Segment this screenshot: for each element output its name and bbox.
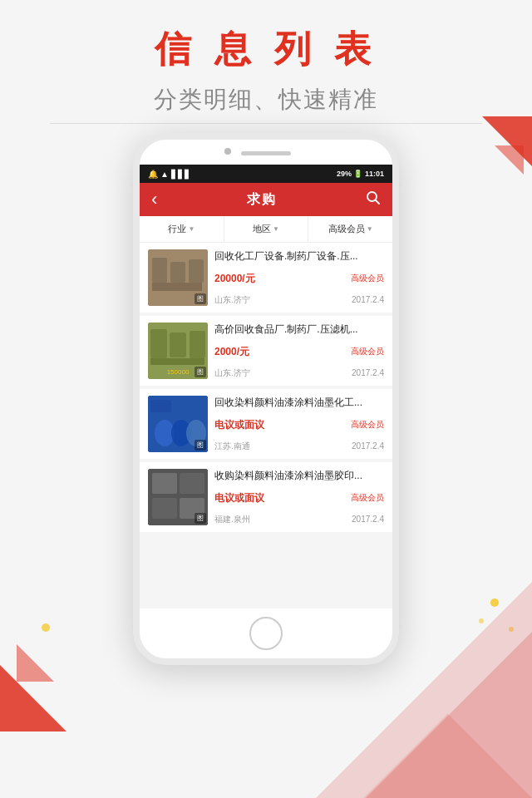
item-row3-4: 福建.泉州 2017.2.4	[214, 514, 384, 525]
item-location-4: 福建.泉州	[214, 514, 250, 525]
svg-rect-6	[170, 262, 185, 283]
svg-rect-13	[150, 358, 204, 365]
signal-icon: ▋▋▋	[171, 170, 191, 179]
status-bar-right: 29% 🔋 11:01	[337, 170, 384, 178]
hero-section: 信 息 列 表 分类明细、快速精准	[0, 25, 532, 116]
img-badge-1: 图	[195, 293, 206, 304]
filter-member-arrow: ▼	[367, 225, 373, 233]
item-member-1: 高级会员	[351, 273, 384, 284]
img-badge-4: 图	[195, 513, 206, 524]
item-member-4: 高级会员	[351, 492, 384, 504]
list-item[interactable]: 图 回收化工厂设备.制药厂设备.压... 20000/元 高级会员 山东.济宁 …	[140, 243, 392, 313]
item-location-3: 江苏.南通	[214, 441, 250, 452]
img-badge-3: 图	[195, 440, 206, 451]
item-location-1: 山东.济宁	[214, 294, 250, 306]
item-row2-1: 20000/元 高级会员	[214, 272, 384, 286]
wifi-icon: ▲	[160, 170, 169, 179]
item-title-2: 高价回收食品厂.制药厂.压滤机...	[214, 323, 384, 337]
list-content: 图 回收化工厂设备.制药厂设备.压... 20000/元 高级会员 山东.济宁 …	[140, 243, 392, 608]
filter-member[interactable]: 高级会员 ▼	[308, 216, 392, 242]
item-member-2: 高级会员	[351, 346, 384, 357]
item-price-2: 2000/元	[214, 345, 249, 359]
item-row3-3: 江苏.南通 2017.2.4	[214, 441, 384, 452]
img-badge-2: 图	[195, 367, 206, 377]
item-info-3: 回收染料颜料油漆涂料油墨化工... 电议或面议 高级会员 江苏.南通 2017.…	[214, 396, 384, 452]
phone-speaker	[241, 151, 291, 155]
svg-rect-21	[152, 473, 177, 494]
item-image-4: 图	[148, 469, 208, 525]
item-member-3: 高级会员	[351, 419, 384, 431]
header-divider	[50, 123, 482, 124]
status-bar-left: 🔔 ▲ ▋▋▋	[148, 170, 191, 179]
mute-icon: 🔔	[148, 170, 158, 179]
list-item[interactable]: 图 回收染料颜料油漆涂料油墨化工... 电议或面议 高级会员 江苏.南通 201…	[140, 389, 392, 459]
item-image-3: 图	[148, 396, 208, 452]
item-row2-2: 2000/元 高级会员	[214, 345, 384, 359]
filter-industry[interactable]: 行业 ▼	[140, 216, 224, 242]
deco-dot-4	[42, 623, 50, 632]
item-row2-4: 电议或面议 高级会员	[214, 491, 384, 505]
app-header: ‹ 求购	[140, 183, 392, 216]
svg-rect-19	[150, 400, 171, 412]
app-title: 求购	[247, 191, 277, 209]
phone-camera	[224, 148, 231, 155]
deco-tri-2	[495, 145, 524, 175]
page-subtitle: 分类明细、快速精准	[0, 84, 532, 116]
item-date-1: 2017.2.4	[352, 295, 384, 304]
deco-tri-4	[17, 644, 54, 682]
item-row3-1: 山东.济宁 2017.2.4	[214, 294, 384, 306]
filter-region[interactable]: 地区 ▼	[224, 216, 309, 242]
svg-rect-22	[180, 473, 204, 494]
svg-rect-7	[189, 259, 204, 283]
svg-rect-12	[190, 331, 205, 358]
back-button[interactable]: ‹	[151, 189, 157, 210]
phone-body: 🔔 ▲ ▋▋▋ 29% 🔋 11:01 ‹ 求购	[133, 133, 399, 665]
filter-industry-arrow: ▼	[188, 225, 195, 233]
battery-text: 29%	[337, 170, 352, 178]
item-date-3: 2017.2.4	[352, 441, 384, 451]
item-price-3: 电议或面议	[214, 418, 264, 432]
item-title-4: 收购染料颜料油漆涂料油墨胶印...	[214, 469, 384, 483]
status-bar: 🔔 ▲ ▋▋▋ 29% 🔋 11:01	[140, 165, 392, 183]
item-price-4: 电议或面议	[214, 491, 264, 505]
svg-rect-23	[152, 498, 177, 519]
svg-rect-8	[152, 283, 202, 291]
item-row2-3: 电议或面议 高级会员	[214, 418, 384, 432]
phone-mockup: 🔔 ▲ ▋▋▋ 29% 🔋 11:01 ‹ 求购	[133, 133, 399, 665]
item-date-2: 2017.2.4	[352, 368, 384, 377]
item-date-4: 2017.2.4	[352, 515, 384, 524]
filter-bar: 行业 ▼ 地区 ▼ 高级会员 ▼	[140, 216, 392, 243]
svg-rect-5	[152, 258, 167, 283]
item-info-1: 回收化工厂设备.制药厂设备.压... 20000/元 高级会员 山东.济宁 20…	[214, 249, 384, 306]
svg-line-3	[375, 200, 379, 204]
item-row3-2: 山东.济宁 2017.2.4	[214, 367, 384, 379]
list-item[interactable]: 150000 图 高价回收食品厂.制药厂.压滤机... 2000/元 高级会员 …	[140, 316, 392, 386]
item-title-3: 回收染料颜料油漆涂料油墨化工...	[214, 396, 384, 410]
list-item[interactable]: 图 收购染料颜料油漆涂料油墨胶印... 电议或面议 高级会员 福建.泉州 201…	[140, 462, 392, 532]
svg-rect-10	[150, 329, 167, 358]
time-text: 11:01	[365, 170, 384, 178]
page-title: 信 息 列 表	[0, 25, 532, 74]
search-button[interactable]	[366, 190, 381, 209]
svg-text:150000: 150000	[167, 368, 190, 376]
item-location-2: 山东.济宁	[214, 367, 250, 379]
phone-home-button[interactable]	[249, 617, 283, 650]
item-info-4: 收购染料颜料油漆涂料油墨胶印... 电议或面议 高级会员 福建.泉州 2017.…	[214, 469, 384, 525]
svg-rect-11	[170, 332, 186, 357]
item-info-2: 高价回收食品厂.制药厂.压滤机... 2000/元 高级会员 山东.济宁 201…	[214, 323, 384, 379]
item-image-1: 图	[148, 249, 208, 306]
item-image-2: 150000 图	[148, 323, 208, 379]
phone-screen: 🔔 ▲ ▋▋▋ 29% 🔋 11:01 ‹ 求购	[140, 165, 392, 608]
item-price-1: 20000/元	[214, 272, 255, 286]
item-title-1: 回收化工厂设备.制药厂设备.压...	[214, 249, 384, 264]
filter-region-arrow: ▼	[273, 225, 279, 233]
